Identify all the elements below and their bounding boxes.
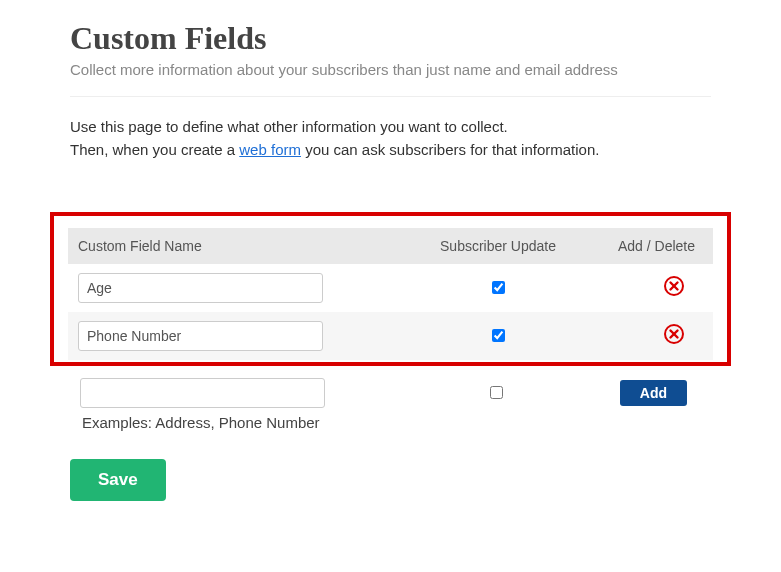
web-form-link[interactable]: web form [239, 141, 301, 158]
intro-line2-pre: Then, when you create a [70, 141, 239, 158]
new-field-row: Add [70, 366, 711, 412]
col-header-sub: Subscriber Update [413, 228, 583, 264]
intro-text: Use this page to define what other infor… [70, 115, 711, 162]
col-header-name: Custom Field Name [68, 228, 413, 264]
subscriber-update-checkbox[interactable] [492, 329, 505, 342]
add-button[interactable]: Add [620, 380, 687, 406]
examples-text: Examples: Address, Phone Number [70, 414, 711, 431]
page-title: Custom Fields [70, 20, 711, 57]
table-row [68, 264, 713, 312]
page-subtitle: Collect more information about your subs… [70, 61, 711, 78]
delete-x-icon [663, 323, 685, 345]
new-field-name-input[interactable] [80, 378, 325, 408]
highlight-box: Custom Field Name Subscriber Update Add … [50, 212, 731, 366]
subscriber-update-checkbox[interactable] [492, 281, 505, 294]
intro-line1: Use this page to define what other infor… [70, 118, 508, 135]
table-row [68, 312, 713, 360]
delete-button[interactable] [663, 275, 685, 297]
intro-line2-post: you can ask subscribers for that informa… [301, 141, 599, 158]
custom-fields-table: Custom Field Name Subscriber Update Add … [68, 228, 713, 360]
divider [70, 96, 711, 97]
new-subscriber-update-checkbox[interactable] [490, 386, 503, 399]
delete-x-icon [663, 275, 685, 297]
delete-button[interactable] [663, 323, 685, 345]
save-button[interactable]: Save [70, 459, 166, 501]
field-name-input[interactable] [78, 321, 323, 351]
col-header-act: Add / Delete [583, 228, 713, 264]
field-name-input[interactable] [78, 273, 323, 303]
